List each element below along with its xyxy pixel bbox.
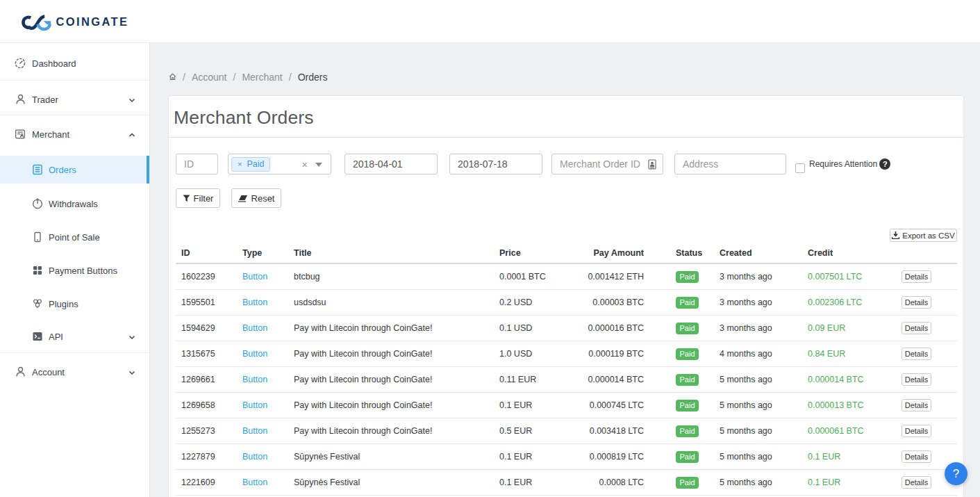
svg-text:COINGATE: COINGATE: [56, 15, 128, 28]
